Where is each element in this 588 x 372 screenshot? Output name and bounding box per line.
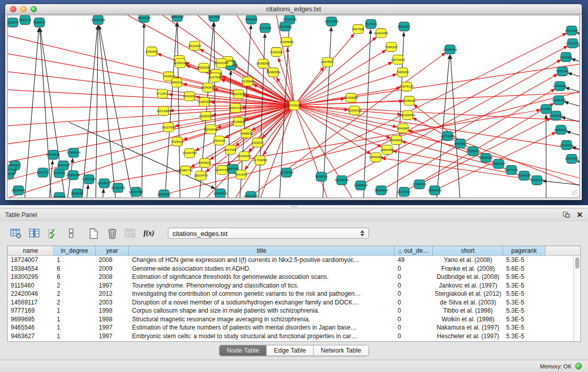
graph-node-label: 16046788	[183, 151, 197, 155]
graph-edge[interactable]	[577, 161, 579, 173]
table-cell: 6	[54, 265, 96, 273]
graph-edge[interactable]	[101, 189, 104, 198]
graph-edge[interactable]	[99, 26, 118, 198]
graph-edge[interactable]	[578, 46, 579, 58]
graph-edge[interactable]	[294, 105, 579, 152]
table-cell: 9115460	[8, 281, 54, 290]
column-header-name[interactable]: name	[8, 246, 54, 255]
tab-edge-table[interactable]: Edge Table	[267, 345, 313, 356]
window-titlebar[interactable]: citations_edges.txt	[5, 4, 582, 14]
table-cell: 5.3E-5	[503, 281, 546, 290]
graph-node-label: 12444159	[552, 98, 566, 102]
table-row[interactable]: 1456911722003Disruption of a novel membe…	[8, 298, 573, 307]
graph-node-label: 16791806	[441, 134, 455, 138]
graph-edge[interactable]	[565, 87, 579, 100]
table-cell: Investigating the contribution of common…	[129, 290, 395, 298]
graph-edge[interactable]	[164, 88, 579, 194]
table-row[interactable]: 1830029562008Estimation of significance …	[8, 273, 573, 281]
citation-graph[interactable]: 8110974286107494355722069140620943147106…	[8, 15, 579, 198]
graph-edge[interactable]	[294, 34, 354, 105]
status-bar: Memory: OK	[0, 360, 588, 372]
graph-node-label: 17359924	[67, 150, 81, 154]
table-scrollbar[interactable]	[573, 256, 580, 341]
graph-edge[interactable]	[412, 118, 460, 143]
graph-edge[interactable]	[564, 102, 579, 115]
column-header-out_de[interactable]: △out_de…	[395, 246, 433, 255]
minimize-window-button[interactable]	[20, 6, 27, 12]
table-cell: Yano et al. (2008)	[433, 256, 503, 265]
row-height-button[interactable]	[64, 227, 78, 239]
tab-node-table[interactable]: Node Table	[220, 345, 267, 356]
graph-edge[interactable]	[294, 105, 390, 138]
table-cell: 5.3E-5	[503, 298, 546, 307]
table-row[interactable]: 911546021997Tourette syndrome. Phenomeno…	[8, 281, 573, 290]
table-cell: 9699695	[8, 315, 54, 324]
delete-table-button[interactable]	[105, 227, 119, 239]
graph-edge[interactable]	[542, 181, 579, 188]
panel-splitter[interactable]	[0, 205, 588, 209]
tab-network-table[interactable]: Network Table	[314, 345, 368, 356]
column-header-pagerank[interactable]: pagerank	[503, 246, 546, 255]
graph-node-label: 12093832	[553, 84, 567, 87]
select-column-button[interactable]	[28, 227, 41, 239]
graph-edge[interactable]	[294, 74, 397, 105]
close-panel-icon[interactable]: ✕	[576, 211, 583, 218]
table-toolbar: f(x) citations_edges.txt	[0, 221, 588, 243]
network-window[interactable]: citations_edges.txt 81109742861074943557…	[5, 4, 582, 200]
graph-node-label: 58226058	[214, 61, 229, 64]
graph-edge[interactable]	[363, 30, 371, 198]
graph-node-label: 11381111	[174, 61, 187, 64]
function-builder-button[interactable]: f(x)	[142, 227, 156, 239]
close-window-button[interactable]	[10, 6, 16, 12]
graph-edge[interactable]	[287, 33, 567, 173]
table-cell: 5.3E-5	[503, 315, 546, 324]
table-row[interactable]: 946554611997Estimation of the future num…	[8, 323, 573, 332]
column-header-title[interactable]: title	[129, 246, 395, 255]
splitter-handle-icon[interactable]	[291, 206, 298, 208]
graph-edge[interactable]	[8, 31, 294, 105]
table-cell: 1	[54, 315, 96, 324]
float-panel-icon[interactable]	[562, 211, 570, 218]
graph-edge[interactable]	[450, 55, 461, 198]
window-resize-grip[interactable]	[572, 190, 578, 196]
new-table-button[interactable]	[87, 227, 100, 239]
show-columns-button[interactable]	[46, 227, 59, 239]
graph-edge[interactable]	[96, 26, 98, 198]
memory-status-label: Memory: OK	[540, 363, 572, 369]
graph-node-label: 9893011	[171, 80, 183, 84]
graph-edge[interactable]	[99, 26, 137, 198]
graph-edge[interactable]	[294, 105, 397, 127]
graph-node-label: 16543812	[201, 85, 215, 89]
table-cell: 5.6E-5	[503, 265, 546, 273]
graph-edge[interactable]	[294, 50, 386, 105]
table-row[interactable]: 2242004622012Investigating the contribut…	[8, 290, 573, 298]
graph-node-label: 2903144	[213, 139, 226, 142]
zoom-window-button[interactable]	[31, 6, 37, 12]
table-row[interactable]: 946362711997Embryonic stem cells: a mode…	[8, 332, 573, 341]
graph-edge[interactable]	[294, 67, 324, 105]
column-header-short[interactable]: short	[433, 246, 503, 255]
graph-edge[interactable]	[84, 185, 89, 198]
graph-edge[interactable]	[245, 105, 294, 170]
table-row[interactable]: 1872400712008Changes of HCN gene express…	[8, 256, 573, 265]
graph-edge[interactable]	[568, 73, 579, 86]
column-header-in_degree[interactable]: in_degree	[54, 246, 96, 255]
graph-edge[interactable]	[294, 105, 579, 183]
column-header-year[interactable]: year	[96, 246, 129, 255]
table-settings-button[interactable]	[9, 227, 23, 239]
graph-node-label: 1588520	[240, 132, 253, 135]
graph-node-label: 8922602	[198, 65, 210, 69]
table-panel: Table Panel ✕	[0, 209, 588, 360]
graph-node-label: 24501225	[244, 194, 258, 198]
graph-node-label: 9146821	[232, 120, 245, 123]
graph-edge[interactable]	[142, 24, 144, 198]
table-row[interactable]: 977716911998Corpus callosum shape and si…	[8, 307, 573, 315]
graph-node-label: 10973493	[391, 58, 405, 61]
table-row[interactable]: 969969511998Structural magnetic resonanc…	[8, 315, 573, 324]
table-scrollbar-thumb[interactable]	[575, 257, 579, 269]
table-selector-dropdown[interactable]: citations_edges.txt	[168, 228, 369, 239]
table-row[interactable]: 1938455462009Genome-wide association stu…	[8, 265, 573, 273]
table-cell: 0	[395, 265, 433, 273]
table-cell: 18300295	[8, 273, 54, 281]
network-canvas[interactable]: 8110974286107494355722069140620943147106…	[7, 15, 580, 198]
